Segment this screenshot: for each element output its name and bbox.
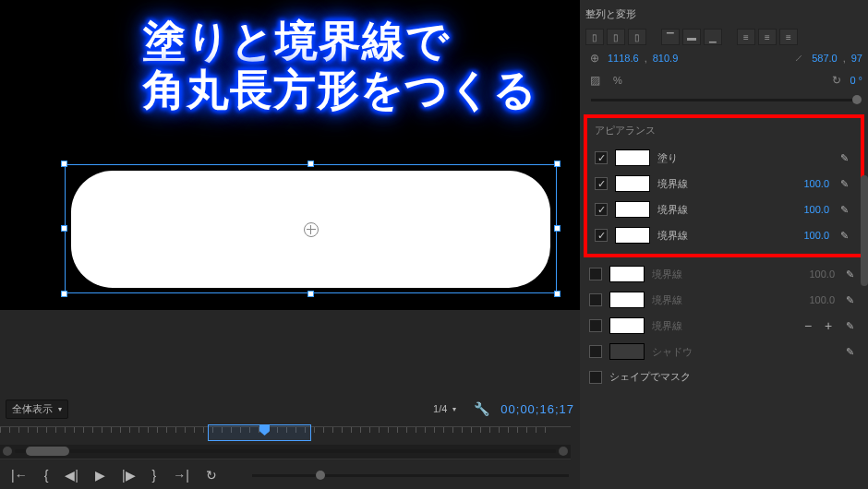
appearance-checkbox[interactable] bbox=[595, 229, 608, 242]
appearance-extra-value[interactable]: 100.0 bbox=[794, 294, 835, 305]
ruler-tick bbox=[92, 427, 93, 433]
appearance-checkbox[interactable] bbox=[595, 177, 608, 190]
appearance-extra-swatch[interactable] bbox=[609, 292, 645, 308]
eyedropper-icon[interactable]: ✎ bbox=[846, 268, 859, 280]
appearance-checkbox[interactable] bbox=[595, 151, 608, 164]
stroke-remove-button[interactable]: − bbox=[802, 318, 814, 333]
distribute-spacing-button[interactable]: ≡ bbox=[779, 29, 798, 45]
resize-handle-tl[interactable] bbox=[61, 161, 67, 167]
loop-button[interactable]: ↻ bbox=[206, 468, 217, 483]
wrench-icon[interactable]: 🔧 bbox=[474, 401, 489, 416]
appearance-extra-value[interactable]: 100.0 bbox=[794, 268, 835, 280]
eyedropper-icon[interactable]: ✎ bbox=[840, 178, 853, 190]
playback-slider-thumb[interactable] bbox=[316, 471, 325, 480]
ruler-tick bbox=[139, 427, 139, 433]
align-left-button[interactable]: ▯ bbox=[585, 29, 604, 45]
appearance-extra-swatch[interactable] bbox=[609, 343, 645, 360]
timecode-display[interactable]: 00;00;16;17 bbox=[500, 402, 574, 416]
distribute-h-button[interactable]: ≡ bbox=[737, 29, 755, 45]
playback-slider[interactable] bbox=[252, 474, 569, 477]
go-to-in-button[interactable]: |← bbox=[11, 468, 28, 483]
step-back-button[interactable]: ◀| bbox=[65, 468, 78, 483]
appearance-value[interactable]: 100.0 bbox=[789, 178, 829, 189]
appearance-extra-checkbox[interactable] bbox=[589, 268, 602, 280]
shape-mask-label: シェイプでマスク bbox=[609, 370, 691, 384]
resize-handle-bm[interactable] bbox=[307, 291, 314, 297]
eyedropper-icon[interactable]: ✎ bbox=[846, 294, 859, 306]
appearance-value[interactable]: 100.0 bbox=[789, 204, 829, 215]
panel-slider-thumb[interactable] bbox=[852, 95, 862, 104]
ruler-tick bbox=[499, 427, 500, 433]
eyedropper-icon[interactable]: ✎ bbox=[846, 346, 859, 358]
resize-handle-ml[interactable] bbox=[61, 225, 67, 232]
play-button[interactable]: ▶ bbox=[95, 468, 105, 483]
ruler-tick bbox=[397, 427, 398, 433]
step-forward-button[interactable]: |▶ bbox=[122, 468, 136, 483]
resize-handle-bl[interactable] bbox=[61, 291, 67, 297]
shape-mask-row: シェイプでマスク bbox=[585, 364, 862, 389]
appearance-extra-row: 境界線100.0✎ bbox=[585, 261, 862, 287]
appearance-checkbox[interactable] bbox=[595, 203, 608, 216]
ruler-tick bbox=[545, 427, 546, 433]
appearance-row: 塗り✎ bbox=[591, 145, 857, 171]
position-icon: ⊕ bbox=[587, 51, 602, 66]
appearance-extra-label: 境界線 bbox=[652, 268, 698, 281]
position-x-value[interactable]: 1118.6 bbox=[608, 53, 639, 64]
scale-icon: ⟋ bbox=[791, 51, 806, 66]
timeline-scroll-horizontal[interactable] bbox=[0, 447, 571, 456]
scroll-thumb[interactable] bbox=[26, 447, 69, 456]
appearance-extra-row: シャドウ✎ bbox=[585, 339, 862, 364]
scale-y-value[interactable]: 97 bbox=[851, 53, 862, 64]
extract-marker-button[interactable]: } bbox=[152, 468, 157, 483]
ruler-tick bbox=[120, 427, 121, 433]
align-bottom-button[interactable]: ▁ bbox=[704, 29, 722, 45]
align-center-h-button[interactable]: ▯ bbox=[607, 29, 625, 45]
appearance-swatch[interactable] bbox=[615, 201, 650, 218]
resize-handle-br[interactable] bbox=[554, 291, 561, 297]
appearance-value[interactable]: 100.0 bbox=[789, 230, 829, 241]
ruler-tick bbox=[342, 427, 343, 433]
panel-opacity-slider[interactable] bbox=[591, 99, 857, 101]
align-top-button[interactable]: ▔ bbox=[661, 29, 680, 45]
align-middle-button[interactable]: ▬ bbox=[682, 29, 701, 45]
shape-selection[interactable] bbox=[65, 164, 557, 293]
position-y-value[interactable]: 810.9 bbox=[653, 53, 679, 64]
go-to-out-button[interactable]: →| bbox=[173, 468, 189, 483]
appearance-extra-checkbox[interactable] bbox=[589, 293, 602, 306]
resolution-dropdown[interactable]: 1/4 ▾ bbox=[427, 400, 463, 417]
distribute-v-button[interactable]: ≡ bbox=[758, 29, 777, 45]
scale-x-value[interactable]: 587.0 bbox=[812, 53, 838, 64]
appearance-swatch[interactable] bbox=[615, 227, 650, 244]
resize-handle-tm[interactable] bbox=[307, 161, 314, 167]
appearance-extra-checkbox[interactable] bbox=[589, 319, 602, 332]
resize-handle-mr[interactable] bbox=[554, 225, 561, 232]
shape-mask-checkbox[interactable] bbox=[589, 371, 602, 384]
eyedropper-icon[interactable]: ✎ bbox=[846, 320, 859, 332]
appearance-swatch[interactable] bbox=[615, 175, 650, 192]
rotation-value[interactable]: 0 ° bbox=[850, 75, 862, 86]
zoom-level-dropdown[interactable]: 全体表示 ▾ bbox=[6, 400, 68, 419]
appearance-row: 境界線100.0✎ bbox=[591, 222, 857, 248]
appearance-swatch[interactable] bbox=[615, 149, 650, 166]
stroke-add-button[interactable]: + bbox=[822, 318, 835, 333]
align-right-button[interactable]: ▯ bbox=[628, 29, 646, 45]
appearance-extra-swatch[interactable] bbox=[609, 317, 645, 334]
appearance-extra-checkbox[interactable] bbox=[589, 345, 602, 358]
panel-scroll-thumb[interactable] bbox=[861, 175, 868, 286]
ruler-tick bbox=[102, 427, 102, 433]
ruler-tick bbox=[175, 427, 176, 433]
scroll-cap-right[interactable] bbox=[559, 447, 568, 456]
eyedropper-icon[interactable]: ✎ bbox=[840, 204, 853, 216]
rounded-rectangle-shape[interactable] bbox=[71, 171, 550, 288]
ruler-tick bbox=[46, 427, 47, 433]
appearance-extra-label: 境界線 bbox=[652, 293, 698, 307]
eyedropper-icon[interactable]: ✎ bbox=[840, 230, 853, 242]
appearance-extra-swatch[interactable] bbox=[609, 266, 645, 282]
opacity-rotation-row: ▨ % ↻ 0 ° bbox=[585, 73, 862, 88]
panel-scrollbar[interactable] bbox=[861, 175, 868, 480]
eyedropper-icon[interactable]: ✎ bbox=[840, 152, 853, 164]
scroll-cap-left[interactable] bbox=[3, 447, 12, 456]
insert-marker-button[interactable]: { bbox=[44, 468, 49, 483]
ruler-tick bbox=[74, 427, 75, 433]
resize-handle-tr[interactable] bbox=[554, 161, 561, 167]
